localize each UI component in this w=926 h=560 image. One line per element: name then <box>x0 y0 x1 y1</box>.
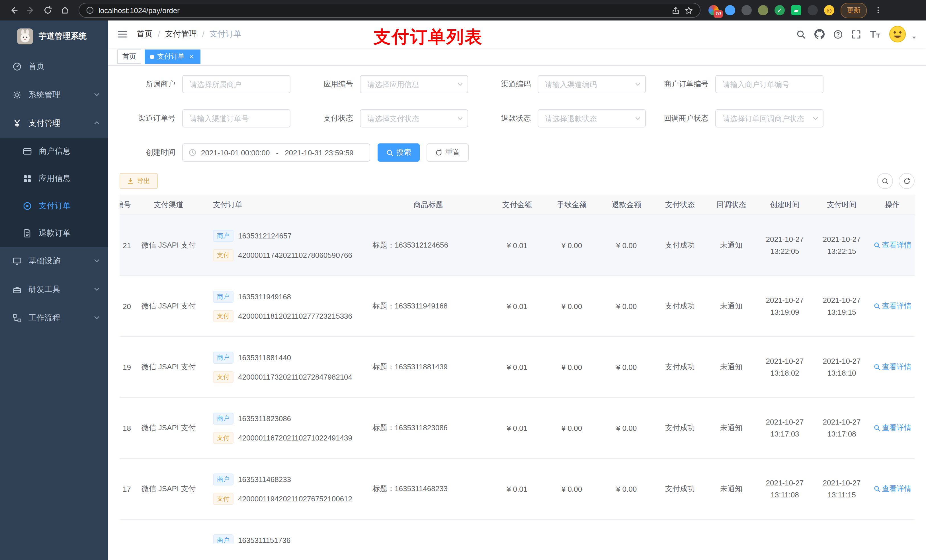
tab-pay-order[interactable]: 支付订单 <box>145 50 200 64</box>
browser-update-button[interactable]: 更新 <box>841 3 867 18</box>
chevron-down-icon <box>457 81 464 89</box>
breadcrumb-separator <box>202 30 204 39</box>
filter-select[interactable] <box>360 75 468 93</box>
url-bar[interactable]: localhost:1024/pay/order <box>79 3 701 18</box>
extension-icon[interactable] <box>808 5 818 15</box>
reset-button[interactable]: 重置 <box>427 143 469 162</box>
breadcrumb-home[interactable]: 首页 <box>137 29 153 39</box>
screen: localhost:1024/pay/order 10 ✓ ▰ ☺ 更新 <box>0 0 926 560</box>
fullscreen-icon[interactable] <box>851 29 861 39</box>
chevron-down-icon <box>94 257 100 266</box>
filter-select[interactable] <box>538 75 646 93</box>
toggle-search-icon[interactable] <box>877 173 893 189</box>
logo-avatar <box>17 29 33 44</box>
search-icon <box>386 149 393 156</box>
pay-tag: 支付 <box>213 371 233 383</box>
clock-icon <box>189 148 197 157</box>
refresh-table-icon[interactable] <box>899 173 915 189</box>
forward-icon[interactable] <box>23 2 39 18</box>
cell-order: 商户1635311468233支付42000011942021102767521… <box>206 473 367 504</box>
extension-icon[interactable]: ▰ <box>791 5 801 15</box>
filter-input[interactable] <box>182 109 291 127</box>
sidebar-item-home[interactable]: 首页 <box>0 52 108 81</box>
cell-title: 标题：1635311823086 <box>367 423 490 433</box>
site-info-icon[interactable] <box>86 6 94 14</box>
merchant-order-no: 1635311151736 <box>238 536 291 543</box>
view-detail-link[interactable]: 查看详情 <box>873 301 911 311</box>
table-row: 商户1635311151736支付标题： <box>120 519 915 543</box>
cell-order: 商户1635311881440支付42000011732021102728479… <box>206 352 367 383</box>
filter-label: 退款状态 <box>475 113 538 124</box>
cell-pay-time: 2021-10-2713:18:10 <box>813 355 870 379</box>
search-icon[interactable] <box>796 29 806 39</box>
cell-pay-time: 2021-10-2713:22:15 <box>813 233 870 258</box>
merchant-tag: 商户 <box>213 534 233 543</box>
sidebar-item-system[interactable]: 系统管理 <box>0 81 108 109</box>
sidebar-item-workflow[interactable]: 工作流程 <box>0 304 108 332</box>
font-size-icon[interactable] <box>870 30 881 39</box>
extension-icon[interactable] <box>725 5 735 15</box>
page-annotation: 支付订单列表 <box>374 26 483 49</box>
sidebar-item-payment[interactable]: 支付管理 <box>0 109 108 138</box>
filter-input[interactable] <box>715 109 823 127</box>
export-button[interactable]: 导出 <box>120 173 158 189</box>
cell-title: 标题：1635312124656 <box>367 240 490 251</box>
github-icon[interactable] <box>814 29 825 39</box>
view-detail-link[interactable]: 查看详情 <box>873 240 911 251</box>
reload-icon[interactable] <box>40 2 56 18</box>
sidebar-item-infra[interactable]: 基础设施 <box>0 247 108 275</box>
cell-status: 支付成功 <box>654 423 706 433</box>
view-detail-link[interactable]: 查看详情 <box>873 423 911 433</box>
monitor-icon <box>12 257 22 266</box>
sidebar-item-app-info[interactable]: 应用信息 <box>0 165 108 192</box>
sidebar-item-dev-tools[interactable]: 研发工具 <box>0 275 108 304</box>
filter-input[interactable] <box>182 75 291 93</box>
sidebar-toggle-icon[interactable] <box>117 30 127 39</box>
filter-select[interactable] <box>360 109 468 127</box>
extension-emoji-icon[interactable]: ☺ <box>824 5 834 15</box>
extension-icon[interactable] <box>741 5 752 15</box>
sidebar-item-pay-order[interactable]: 支付订单 <box>0 192 108 220</box>
bookmark-star-icon[interactable] <box>684 6 693 15</box>
sidebar-item-refund-order[interactable]: 退款订单 <box>0 220 108 247</box>
col-header: 商品标题 <box>367 200 490 210</box>
help-icon[interactable] <box>833 29 843 39</box>
extension-icon[interactable]: ✓ <box>775 5 785 15</box>
share-icon[interactable] <box>672 6 680 15</box>
chevron-down-icon <box>634 81 641 89</box>
filter-input[interactable] <box>182 75 291 93</box>
tab-close-icon[interactable] <box>188 53 195 60</box>
filter-select[interactable] <box>715 109 823 127</box>
browser-menu-icon[interactable] <box>874 6 882 14</box>
user-avatar[interactable] <box>889 26 906 43</box>
channel-order-no: 4200001167202110271022491439 <box>238 433 352 442</box>
filter-input[interactable] <box>538 109 646 127</box>
cell-action: 查看详情 <box>870 362 915 372</box>
app-title: 芋道管理系统 <box>39 31 86 42</box>
home-icon[interactable] <box>57 2 73 18</box>
channel-order-no: 4200001174202110278060590766 <box>238 251 352 259</box>
search-button[interactable]: 搜索 <box>378 143 420 162</box>
extension-icon[interactable] <box>758 5 768 15</box>
date-range-picker[interactable]: 2021-10-01 00:00:00 - 2021-10-31 23:59:5… <box>182 143 370 162</box>
extension-icon[interactable]: 10 <box>708 5 719 15</box>
view-detail-link[interactable]: 查看详情 <box>873 484 911 494</box>
breadcrumb-current: 支付订单 <box>210 29 242 39</box>
cell-channel: 微信 JSAPI 支付 <box>131 301 206 311</box>
sidebar-item-merchant-info[interactable]: 商户信息 <box>0 138 108 165</box>
back-icon[interactable] <box>6 2 22 18</box>
filter-input[interactable] <box>182 109 291 127</box>
avatar-caret-icon[interactable] <box>911 33 917 42</box>
filter-input[interactable] <box>715 75 823 93</box>
filter-select[interactable] <box>538 109 646 127</box>
cell-action: 查看详情 <box>870 240 915 251</box>
breadcrumb-pay-mgmt[interactable]: 支付管理 <box>165 29 197 39</box>
view-detail-link[interactable]: 查看详情 <box>873 362 911 372</box>
gear-icon <box>12 91 22 100</box>
col-header: 支付时间 <box>813 200 870 210</box>
filter-input[interactable] <box>715 75 823 93</box>
tab-home[interactable]: 首页 <box>117 50 141 64</box>
filter-input[interactable] <box>360 75 468 93</box>
filter-input[interactable] <box>360 109 468 127</box>
filter-input[interactable] <box>538 75 646 93</box>
